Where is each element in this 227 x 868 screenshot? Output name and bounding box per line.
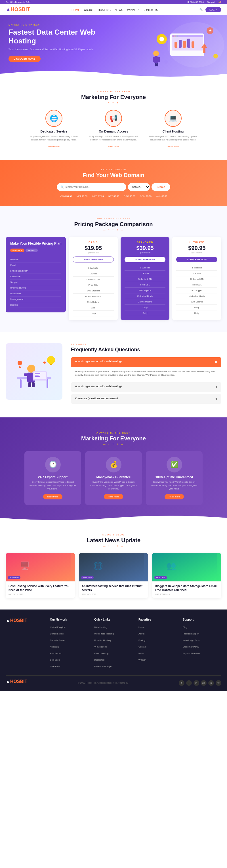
nav-hosting[interactable]: HOSTING xyxy=(98,8,111,12)
footer-link-fav-3[interactable]: Contact xyxy=(138,646,147,648)
domain-search-button[interactable]: Search xyxy=(152,183,170,191)
feature-label-3: Certificate xyxy=(10,274,61,279)
pricing-plan-ultimate: ULTIMATE $99.95 /per month SUBSCRIBE NOW… xyxy=(172,237,221,320)
footer-link-network-6[interactable]: USA Base xyxy=(50,665,60,668)
nav-menu: HOME ABOUT HOSTING NEWS WINNER CONTACTS xyxy=(71,7,158,12)
svg-point-45 xyxy=(18,361,22,365)
nav-about[interactable]: ABOUT xyxy=(84,8,94,12)
footer-favorites-title: Favorites xyxy=(138,618,177,621)
plan-basic-f4: 24/7 Support xyxy=(73,288,114,294)
on-demand-icon: 📢 xyxy=(109,114,118,122)
footer-link-support-4[interactable]: Payment Method xyxy=(183,652,200,655)
svg-rect-3 xyxy=(172,35,203,37)
marketing-card-btn-2[interactable]: Read more xyxy=(165,494,184,499)
promo-text: Get 40% Discounts Offer xyxy=(6,1,31,3)
footer-link-quick-2[interactable]: Reseller Hosting xyxy=(94,639,111,642)
marketing-card-btn-1[interactable]: Read more xyxy=(104,494,123,499)
marketing-card-btn-0[interactable]: Read more xyxy=(43,494,62,499)
svg-rect-31 xyxy=(46,379,48,388)
footer-link-network-2[interactable]: Canada Server xyxy=(50,639,65,642)
marketing-card-desc-0: Everything you need WordPress is Expert … xyxy=(28,480,77,491)
footer-link-support-2[interactable]: Knowledge Base xyxy=(183,639,200,642)
tld-2: .INFO $7.99 xyxy=(91,195,104,197)
footer-link-network-5[interactable]: Sea Base xyxy=(50,659,60,661)
svg-rect-8 xyxy=(179,40,182,48)
hero-section: MARKETING STRATEGY Fastest Data Center W… xyxy=(0,15,227,79)
footer-link-fav-5[interactable]: Winner xyxy=(138,659,145,661)
faq-question-2[interactable]: Known as Questions and Answers? + xyxy=(71,394,221,404)
svg-point-27 xyxy=(164,60,168,64)
nav-news[interactable]: NEWS xyxy=(115,8,123,12)
svg-rect-42 xyxy=(35,376,40,377)
feature-label-5: Unlimited Limits xyxy=(10,285,61,291)
nav-winner[interactable]: WINNER xyxy=(127,8,139,12)
nav-contacts[interactable]: CONTACTS xyxy=(143,8,158,12)
marketing-card-title-0: 24/7 Expert Support xyxy=(28,475,77,479)
footer-link-fav-1[interactable]: About xyxy=(138,632,144,635)
tld-3: .NET $8.99 xyxy=(108,195,119,197)
marketing-card-0: 🕐 24/7 Expert Support Everything you nee… xyxy=(24,451,81,505)
faq-question-1[interactable]: How do I get started with web hosting? + xyxy=(71,382,221,392)
footer-link-fav-0[interactable]: Home xyxy=(138,626,144,628)
footer-link-support-1[interactable]: Product Support xyxy=(183,632,199,635)
feature-label-7: Management xyxy=(10,297,61,302)
hero-btn[interactable]: DISCOVER MORE xyxy=(8,56,40,62)
service-link-1[interactable]: Read more xyxy=(108,145,119,148)
news-img-2: 👥 HOSTING xyxy=(152,553,221,581)
marketing-cards: 🕐 24/7 Expert Support Everything you nee… xyxy=(8,451,219,505)
plan-standard-btn[interactable]: SUBSCRIBE NOW xyxy=(125,257,166,262)
svg-rect-37 xyxy=(32,382,35,387)
nav-home[interactable]: HOME xyxy=(71,8,80,12)
domain-search-input[interactable] xyxy=(57,183,126,191)
domain-tlds: .COM $9.99 .NET $8.99 .INFO $7.99 .NET $… xyxy=(8,195,219,197)
footer-link-network-4[interactable]: Asia Server xyxy=(50,652,62,655)
plan-standard-f3: Free SSL xyxy=(125,282,166,288)
toggle-yearly-btn[interactable]: YEARLY xyxy=(26,249,38,252)
service-desc-1: Fully Managed SSD Shared the Hosting opt… xyxy=(88,135,139,142)
plan-standard-price: $39.95 xyxy=(125,245,166,251)
plan-basic-btn[interactable]: SUBSCRIBE NOW xyxy=(73,256,114,262)
social-linkedin[interactable]: in xyxy=(194,680,199,686)
footer-link-network-3[interactable]: Australia xyxy=(50,646,59,648)
social-google[interactable]: g+ xyxy=(201,680,206,686)
footer-link-support-0[interactable]: Blog xyxy=(183,626,187,628)
footer-link-quick-5[interactable]: Dedicated xyxy=(94,659,104,661)
domain-extension-select[interactable]: Search... .com .net .org xyxy=(128,183,150,191)
social-youtube[interactable]: yt xyxy=(216,680,221,686)
service-link-2[interactable]: Read more xyxy=(167,145,179,148)
news-divider: — ✦ ✦ ✦ — xyxy=(6,545,221,547)
service-link-0[interactable]: Read more xyxy=(48,145,60,148)
faq-section: ★ FAQ AREA Frequently Asked Questions Ho… xyxy=(0,332,227,417)
footer-link-network-0[interactable]: United Kingdom xyxy=(50,626,66,628)
feature-label-1: Email xyxy=(10,262,61,268)
plan-ultimate-btn[interactable]: SUBSCRIBE NOW xyxy=(176,257,217,262)
news-title-0: Best Hosting Service With Every Feature … xyxy=(8,584,72,592)
service-title-1: On-Demand Access xyxy=(88,130,139,133)
footer-link-quick-0[interactable]: Web Hosting xyxy=(94,626,107,628)
svg-point-32 xyxy=(27,365,35,373)
plan-basic-f5: Unlimited Limits xyxy=(73,294,114,299)
svg-rect-7 xyxy=(174,42,177,48)
footer-link-quick-1[interactable]: WordPress Hosting xyxy=(94,632,114,635)
toggle-monthly-btn[interactable]: MONTHLY xyxy=(10,249,24,252)
faq-answer-0: Hosting service that fit your needs. Do … xyxy=(71,367,221,380)
dedicated-service-icon: 🌐 xyxy=(50,114,58,122)
social-twitter[interactable]: t xyxy=(186,680,192,686)
search-icon[interactable]: 🔍 xyxy=(199,8,203,11)
social-facebook[interactable]: f xyxy=(179,680,185,686)
footer-link-fav-4[interactable]: News xyxy=(138,652,144,655)
footer-link-quick-3[interactable]: VPS Hosting xyxy=(94,646,107,648)
svg-rect-40 xyxy=(35,373,40,374)
social-pinterest[interactable]: p xyxy=(208,680,214,686)
footer-link-network-1[interactable]: United States xyxy=(50,632,64,635)
footer-link-fav-2[interactable]: Pricing xyxy=(138,639,145,642)
news-img-1: 🌐 HOSTING xyxy=(79,553,148,581)
footer-link-support-3[interactable]: Customer Portal xyxy=(183,646,199,648)
faq-question-0[interactable]: How do I get started with web hosting? ✕ xyxy=(71,357,221,367)
login-button[interactable]: LOGIN xyxy=(205,7,221,12)
footer-link-quick-6[interactable]: Email's & Google xyxy=(94,665,111,668)
plan-basic-f3: Free SSL xyxy=(73,282,114,288)
svg-rect-23 xyxy=(157,63,158,66)
news-img-0: 🖥️ HOSTING xyxy=(6,553,75,581)
footer-link-quick-4[interactable]: Cloud Hosting xyxy=(94,652,108,655)
